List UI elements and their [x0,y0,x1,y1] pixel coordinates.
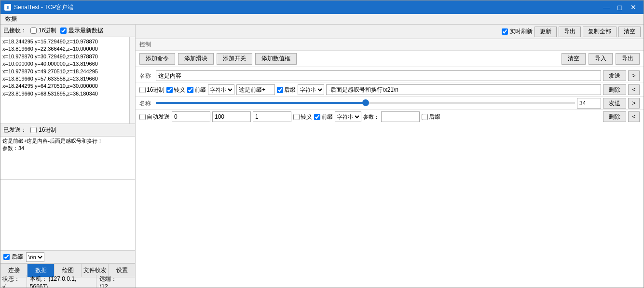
slider1-fill [156,102,366,104]
slider1-thumb[interactable] [362,99,369,106]
command1-suffix-group[interactable]: 后缀 [277,86,296,94]
command1-suffix-type[interactable]: 字符串 [298,84,324,95]
command1-suffix-input[interactable] [326,84,601,95]
main-window: S SerialTest - TCP客户端 — ◻ ✕ 数据 已接收： 16进制 [0,0,644,288]
left-panel: 已接收： 16进制 显示最新数据 x=18.244295,y=15.729490… [0,25,136,288]
sent-hex-label: 16进制 [39,126,56,134]
slider1-prefix-group[interactable]: 前缀 [314,113,333,121]
slider1-suffix-group[interactable]: 后缀 [422,113,440,121]
slider1-arrow2-button[interactable]: < [628,111,640,122]
command1-delete-button[interactable]: 删除 [603,84,626,95]
realtime-checkbox[interactable] [502,28,508,35]
postfix-checkbox-group[interactable]: 后缀 [3,253,23,261]
command1-name-row: 名称 发送 > [136,69,644,83]
hex-checkbox-group[interactable]: 16进制 [30,27,56,35]
control-toolbar: 添加命令 添加滑块 添加开关 添加数值框 清空 导入 导出 [136,51,644,67]
slider1-suffix-label: 后缀 [429,113,440,121]
slider1-escape-group[interactable]: 转义 [293,113,312,121]
slider1-escape-checkbox[interactable] [293,114,300,120]
slider1-auto-checkbox[interactable] [139,114,146,120]
command1-suffix-checkbox[interactable] [277,87,283,93]
status-local: 本机： (127.0.0.1, 56667) [30,275,97,288]
slider1-interval-value[interactable] [212,111,251,122]
status-remote: 远端： (12... [99,275,133,288]
add-switch-button[interactable]: 添加开关 [217,53,252,65]
update-button[interactable]: 更新 [534,27,557,37]
slider1-value-input[interactable] [577,98,601,109]
control-header: 控制 [136,39,644,51]
right-panel: 实时刷新 更新 导出 复制全部 清空 控制 添加命令 添加滑块 添加开关 添加数… [136,25,644,288]
postfix-checkbox[interactable] [3,254,10,260]
received-area: x=18.244295,y=15.729490,z=10.978870 x=13… [0,37,135,124]
slider1-name-label: 名称 [139,99,154,108]
command1-hex-label: 16进制 [147,86,164,94]
command1-hex-group[interactable]: 16进制 [139,86,164,94]
show-latest-label: 显示最新数据 [69,27,103,35]
restore-button[interactable]: ◻ [614,2,626,12]
postfix-select[interactable]: \r\n [26,252,44,262]
command1-arrow-button[interactable]: > [628,70,640,81]
sent-label: 已发送： [3,126,27,134]
control-import-button[interactable]: 导入 [589,53,613,65]
slider1-arrow-button[interactable]: > [628,98,640,109]
received-header: 已接收： 16进制 显示最新数据 [0,25,135,37]
app-icon: S [4,4,11,11]
control-panel: 控制 添加命令 添加滑块 添加开关 添加数值框 清空 导入 导出 名称 [136,39,644,288]
slider1-suffix-checkbox[interactable] [422,114,428,120]
received-content: x=18.244295,y=15.729490,z=10.978870 x=13… [2,38,133,97]
title-controls: — ◻ ✕ [600,2,640,12]
slider1-auto-label: 自动发送 [147,113,170,121]
slider1-track[interactable] [156,102,575,104]
slider1-prefix-type[interactable]: 字符串 [335,111,361,122]
slider1-delete-button[interactable]: 删除 [603,111,626,122]
hex-checkbox[interactable] [30,27,37,34]
slider1-prefix-label: 前缀 [321,113,333,121]
window-title: SerialTest - TCP客户端 [14,3,73,12]
slider1-auto-group[interactable]: 自动发送 [139,113,170,121]
postfix-label: 后缀 [12,253,23,261]
sent-hex-checkbox-group[interactable]: 16进制 [30,126,56,134]
menu-data[interactable]: 数据 [2,14,20,24]
realtime-checkbox-group[interactable]: 实时刷新 [502,27,533,36]
clear-button[interactable]: 清空 [618,27,641,37]
command1-prefix-checkbox[interactable] [187,87,193,93]
export-button[interactable]: 导出 [559,27,581,37]
slider1-send-button[interactable]: 发送 [603,98,626,109]
command1-escape-checkbox[interactable] [166,87,173,93]
slider1-prefix-checkbox[interactable] [314,114,320,120]
sent-header: 已发送： 16进制 [0,124,135,137]
command1-escape-group[interactable]: 转义 [166,86,185,94]
command1-prefix-group[interactable]: 前缀 [187,86,206,94]
show-latest-checkbox[interactable] [60,27,67,34]
copy-all-button[interactable]: 复制全部 [583,27,617,37]
slider1-row: 名称 发送 > [136,97,644,110]
postfix-area: 后缀 \r\n [0,251,135,263]
command1-send-button[interactable]: 发送 [603,70,626,81]
menu-bar: 数据 [0,14,644,25]
command1-prefix-type[interactable]: 字符串 [208,84,234,95]
command1-hex-checkbox[interactable] [139,87,146,93]
add-value-button[interactable]: 添加数值框 [255,53,297,65]
minimize-button[interactable]: — [600,2,613,12]
add-slider-button[interactable]: 添加滑块 [178,53,214,65]
control-title: 控制 [139,41,151,49]
command1-name-input[interactable] [156,70,601,81]
command1-name-label: 名称 [139,72,154,80]
close-button[interactable]: ✕ [627,2,640,12]
slider1-param-input[interactable] [381,111,420,122]
slider1-escape-label: 转义 [301,113,312,121]
command1-prefix-input[interactable] [236,84,275,95]
control-export-button[interactable]: 导出 [616,53,640,65]
control-clear-button[interactable]: 清空 [562,53,586,65]
add-command-button[interactable]: 添加命令 [139,53,175,65]
command1-arrow2-button[interactable]: < [628,84,640,95]
sent-hex-checkbox[interactable] [30,127,37,133]
slider1-auto-row: 自动发送 转义 前缀 [136,110,644,123]
received-scrollbar[interactable] [129,37,135,123]
show-latest-checkbox-group[interactable]: 显示最新数据 [60,27,103,35]
top-toolbar: 实时刷新 更新 导出 复制全部 清空 [136,25,644,39]
slider1-step-value[interactable] [253,111,291,122]
sent-content: 这是前缀+这是内容-后面是感叹号和换行！ 参数：34 [2,137,133,152]
main-content: 已接收： 16进制 显示最新数据 x=18.244295,y=15.729490… [0,25,644,288]
slider1-auto-value[interactable] [172,111,210,122]
